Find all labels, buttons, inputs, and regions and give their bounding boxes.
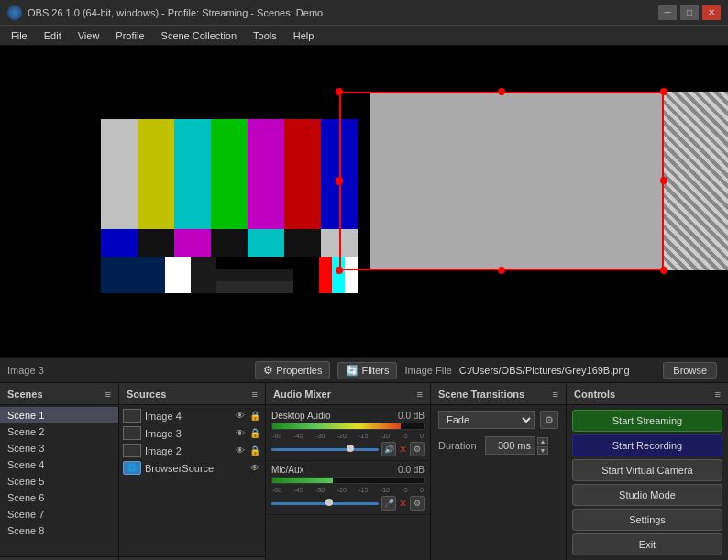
spin-up-button[interactable]: ▲ xyxy=(537,437,548,445)
browse-button[interactable]: Browse xyxy=(663,362,717,379)
level-meter-desktop xyxy=(271,423,425,430)
transitions-menu-icon[interactable]: ≡ xyxy=(553,389,558,400)
bottom-bars xyxy=(101,257,358,293)
scene-item[interactable]: Scene 2 xyxy=(0,423,118,440)
menu-profile[interactable]: Profile xyxy=(108,28,151,43)
controls-panel: Controls ≡ Start Streaming Start Recordi… xyxy=(567,383,728,560)
image-file-label: Image File xyxy=(404,365,451,376)
volume-knob[interactable] xyxy=(325,499,333,506)
handle-tl[interactable] xyxy=(336,88,343,95)
menu-help[interactable]: Help xyxy=(286,28,322,43)
handle-tr[interactable] xyxy=(660,88,667,95)
sources-header: Sources ≡ xyxy=(119,383,265,405)
properties-button[interactable]: ⚙ Properties xyxy=(255,361,330,379)
menu-view[interactable]: View xyxy=(71,28,107,43)
eye-icon[interactable]: 👁 xyxy=(234,445,247,457)
audio-controls-mic: 🎤 ✕ ⚙ xyxy=(271,496,425,511)
eye-icon[interactable]: 👁 xyxy=(234,410,247,423)
filters-button[interactable]: 🔄 Filters xyxy=(337,362,397,379)
lock-icon[interactable]: 🔒 xyxy=(248,427,261,440)
audio-menu-icon[interactable]: ≡ xyxy=(417,389,423,400)
sources-menu-icon[interactable]: ≡ xyxy=(252,389,258,400)
menu-file[interactable]: File xyxy=(4,28,35,43)
title-bar-controls: ─ □ ✕ xyxy=(658,5,721,20)
menu-edit[interactable]: Edit xyxy=(37,28,69,43)
menu-tools[interactable]: Tools xyxy=(246,28,284,43)
volume-slider[interactable] xyxy=(271,448,379,451)
lock-icon[interactable]: 🔒 xyxy=(248,445,261,457)
window-title: OBS 26.1.0 (64-bit, windows) - Profile: … xyxy=(28,7,323,18)
scene-item[interactable]: Scene 4 xyxy=(0,456,118,473)
obs-icon xyxy=(7,5,22,20)
audio-mixer-header: Audio Mixer ≡ xyxy=(266,383,430,405)
controls-buttons: Start Streaming Start Recording Start Vi… xyxy=(567,405,728,560)
source-item[interactable]: Image 4 👁 🔒 xyxy=(119,407,265,424)
eye-icon[interactable]: 👁 xyxy=(248,462,261,475)
scene-item[interactable]: Scene 1 xyxy=(0,407,118,423)
source-item[interactable]: Image 3 👁 🔒 xyxy=(119,424,265,442)
audio-channel-mic: Mic/Aux 0.0 dB -60-45-30-20-15-10-50 🎤 ✕… xyxy=(266,461,430,515)
sources-footer: + − ⚙ ∧ ∨ xyxy=(119,556,265,560)
studio-mode-button[interactable]: Studio Mode xyxy=(572,484,722,506)
menu-bar: File Edit View Profile Scene Collection … xyxy=(0,26,728,46)
audio-settings-button[interactable]: ⚙ xyxy=(410,496,425,511)
source-item[interactable]: Image 2 👁 🔒 xyxy=(119,442,265,459)
mute-button[interactable]: 🔊 xyxy=(381,442,396,456)
scene-item[interactable]: Scene 5 xyxy=(0,473,118,489)
menu-scene-collection[interactable]: Scene Collection xyxy=(154,28,245,43)
properties-bar: Image 3 ⚙ Properties 🔄 Filters Image Fil… xyxy=(0,357,728,383)
close-button[interactable]: ✕ xyxy=(702,5,721,20)
browser-source-icon: 🌐 xyxy=(123,461,141,475)
start-streaming-button[interactable]: Start Streaming xyxy=(572,410,722,432)
exit-button[interactable]: Exit xyxy=(572,533,722,555)
scenes-menu-icon[interactable]: ≡ xyxy=(105,389,111,400)
scenes-footer: + − ∧ ∨ xyxy=(0,556,118,560)
preview-area xyxy=(0,46,728,357)
lock-icon[interactable]: 🔒 xyxy=(248,410,261,423)
duration-input[interactable] xyxy=(485,436,535,455)
handle-tc[interactable] xyxy=(498,88,505,95)
level-ticks: -60-45-30-20-15-10-50 xyxy=(271,487,425,493)
scene-transitions-panel: Scene Transitions ≡ Fade ⚙ Duration ▲ ▼ xyxy=(431,383,567,560)
transition-settings-button[interactable]: ⚙ xyxy=(540,411,558,429)
spin-down-button[interactable]: ▼ xyxy=(537,446,548,455)
transition-select[interactable]: Fade xyxy=(438,411,535,429)
minimize-button[interactable]: ─ xyxy=(658,5,677,20)
audio-settings-button[interactable]: ⚙ xyxy=(410,442,425,456)
source-item[interactable]: 🌐 BrowserSource 👁 xyxy=(119,459,265,477)
settings-button[interactable]: Settings xyxy=(572,509,722,531)
eye-icon[interactable]: 👁 xyxy=(234,427,247,440)
hatch-overlay xyxy=(664,92,728,270)
volume-knob[interactable] xyxy=(347,445,354,452)
handle-bc[interactable] xyxy=(498,267,505,274)
start-recording-button[interactable]: Start Recording xyxy=(572,434,722,456)
source-thumbnail xyxy=(123,409,141,423)
level-fill xyxy=(272,478,333,483)
mute-button[interactable]: 🎤 xyxy=(381,496,396,511)
audio-controls-desktop: 🔊 ✕ ⚙ xyxy=(271,442,425,456)
title-bar: OBS 26.1.0 (64-bit, windows) - Profile: … xyxy=(0,0,728,26)
sub-bars xyxy=(101,229,358,257)
source-thumbnail xyxy=(123,426,141,440)
start-virtual-camera-button[interactable]: Start Virtual Camera xyxy=(572,459,722,481)
title-bar-left: OBS 26.1.0 (64-bit, windows) - Profile: … xyxy=(7,5,323,20)
maximize-button[interactable]: □ xyxy=(680,5,699,20)
scene-item[interactable]: Scene 7 xyxy=(0,506,118,522)
filter-icon: 🔄 xyxy=(346,365,358,377)
sources-panel: Sources ≡ Image 4 👁 🔒 Image 3 👁 🔒 xyxy=(119,383,266,560)
handle-bl[interactable] xyxy=(336,267,343,274)
gray-overlay xyxy=(370,92,664,270)
source-controls: 👁 🔒 xyxy=(234,427,261,440)
controls-menu-icon[interactable]: ≡ xyxy=(715,389,721,400)
transition-type-row: Fade ⚙ xyxy=(431,407,566,433)
scene-item[interactable]: Scene 6 xyxy=(0,489,118,506)
handle-mr[interactable] xyxy=(660,177,667,184)
scene-item[interactable]: Scene 8 xyxy=(0,522,118,539)
handle-tp-center[interactable] xyxy=(336,178,343,185)
source-controls: 👁 xyxy=(248,462,261,475)
scene-item[interactable]: Scene 3 xyxy=(0,440,118,456)
transitions-content: Fade ⚙ Duration ▲ ▼ xyxy=(431,405,566,560)
test-pattern xyxy=(101,119,358,293)
handle-br[interactable] xyxy=(660,267,667,274)
volume-slider[interactable] xyxy=(271,502,379,505)
